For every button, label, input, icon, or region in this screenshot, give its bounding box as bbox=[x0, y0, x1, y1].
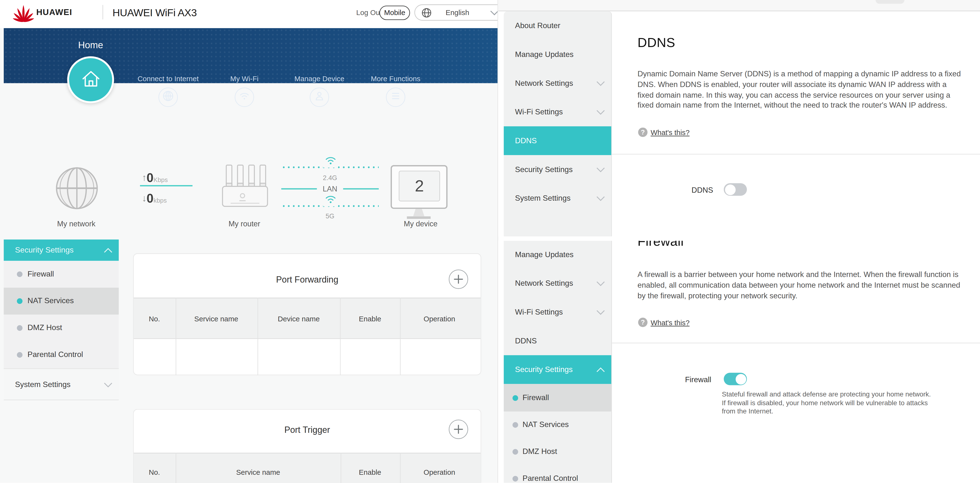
sidebar-item-system-settings[interactable]: System Settings bbox=[504, 184, 611, 213]
upload-arrow-icon: ↑ bbox=[142, 172, 146, 183]
settings-panels: About Router Manage Updates Network Sett… bbox=[498, 0, 980, 483]
mobile-view-button[interactable]: Mobile bbox=[379, 6, 410, 20]
chevron-down-icon bbox=[597, 196, 605, 201]
firewall-title: Firewall bbox=[638, 241, 684, 249]
sidebar-item-dmz-host[interactable]: DMZ Host bbox=[4, 314, 119, 341]
lan-line-right bbox=[343, 188, 379, 190]
wifi-icon bbox=[238, 91, 250, 103]
nav-tab-internet-label: Connect to Internet bbox=[138, 75, 199, 83]
ddns-toggle-label: DDNS bbox=[657, 186, 713, 194]
column-divider bbox=[340, 298, 341, 375]
sidebar-item-label: Network Settings bbox=[515, 279, 573, 288]
sidebar-item-nat-services[interactable]: NAT Services bbox=[504, 411, 611, 438]
firewall-note-line: If firewall is disabled, your home netwo… bbox=[722, 399, 928, 406]
router-illustration bbox=[222, 164, 268, 214]
sidebar-item-parental-control[interactable]: Parental Control bbox=[504, 465, 611, 483]
sidebar-item-ddns[interactable]: DDNS bbox=[504, 327, 611, 355]
monitor-stand bbox=[413, 209, 424, 217]
sidebar-item-label: Firewall bbox=[522, 393, 549, 402]
toggle-knob bbox=[735, 374, 746, 384]
sidebar-item-label: Parental Control bbox=[28, 350, 83, 359]
port-trigger-header-row: No. Service name Enable Operation bbox=[134, 453, 480, 483]
nav-tab-home[interactable] bbox=[67, 56, 114, 103]
sidebar-item-label: About Router bbox=[515, 21, 560, 30]
sidebar-item-dmz-host[interactable]: DMZ Host bbox=[504, 438, 611, 465]
port-forwarding-title: Port Forwarding bbox=[276, 274, 338, 285]
scrollbar-fragment bbox=[876, 0, 904, 4]
sidebar-item-network-settings[interactable]: Network Settings bbox=[504, 269, 611, 298]
port-trigger-title: Port Trigger bbox=[284, 425, 330, 435]
add-port-trigger-button[interactable] bbox=[449, 419, 468, 439]
firewall-toggle[interactable] bbox=[724, 373, 747, 385]
column-header: Enable bbox=[359, 469, 381, 476]
sidebar-item-label: Wi-Fi Settings bbox=[515, 308, 563, 317]
nav-tab-more-label: More Functions bbox=[371, 75, 420, 83]
nav-tab-wifi-label: My Wi-Fi bbox=[230, 75, 258, 83]
firewall-whats-this-link[interactable]: What's this? bbox=[651, 319, 690, 327]
sidebar-item-wifi-settings[interactable]: Wi-Fi Settings bbox=[504, 98, 611, 126]
sidebar-section-security-settings[interactable]: Security Settings bbox=[4, 239, 119, 261]
firewall-panel: Manage Updates Network Settings Wi-Fi Se… bbox=[498, 241, 980, 483]
nav-tab-internet[interactable] bbox=[158, 88, 178, 107]
content-divider bbox=[612, 154, 980, 155]
sidebar-section-label: Security Settings bbox=[15, 246, 74, 255]
screenshot-stage: HUAWEI HUAWEI WiFi AX3 Log Out Mobile En… bbox=[0, 0, 980, 483]
sidebar-section-system-settings[interactable]: System Settings bbox=[4, 368, 119, 400]
ddns-whats-this-link[interactable]: What's this? bbox=[651, 129, 690, 136]
sidebar-item-security-settings-active[interactable]: Security Settings bbox=[504, 355, 611, 384]
speed-divider bbox=[140, 185, 192, 187]
column-header: Service name bbox=[236, 469, 280, 476]
monitor-stand-base bbox=[407, 217, 431, 219]
chevron-down-icon bbox=[597, 281, 605, 287]
question-icon bbox=[638, 128, 648, 137]
sidebar-item-parental-control[interactable]: Parental Control bbox=[4, 341, 119, 368]
bullet-icon bbox=[512, 476, 518, 481]
firewall-note-line: Stateful firewall and attack defense are… bbox=[722, 390, 931, 398]
language-selector[interactable]: English bbox=[414, 4, 508, 21]
question-icon bbox=[638, 318, 648, 327]
sidebar-item-security-settings[interactable]: Security Settings bbox=[504, 155, 611, 184]
download-arrow-icon: ↓ bbox=[142, 193, 146, 203]
ddns-toggle[interactable] bbox=[724, 183, 747, 196]
download-unit: kbps bbox=[154, 197, 167, 204]
menu-icon bbox=[390, 91, 401, 103]
add-port-forwarding-button[interactable] bbox=[449, 269, 468, 289]
column-divider bbox=[400, 453, 401, 483]
nav-tab-more[interactable] bbox=[386, 88, 405, 107]
column-header: Enable bbox=[359, 315, 381, 323]
sidebar-item-ddns-active[interactable]: DDNS bbox=[504, 126, 611, 155]
sidebar-item-label: Parental Control bbox=[522, 474, 578, 483]
lan-line-left bbox=[281, 188, 317, 190]
page-title: HUAWEI WiFi AX3 bbox=[112, 7, 197, 19]
ddns-title: DDNS bbox=[638, 35, 675, 50]
sidebar-item-label: Security Settings bbox=[515, 165, 573, 174]
nav-tab-devices[interactable] bbox=[310, 88, 329, 107]
download-speed: ↓0kbps bbox=[142, 191, 167, 206]
sidebar-item-nat-services[interactable]: NAT Services bbox=[4, 288, 119, 314]
ddns-sidebar: About Router Manage Updates Network Sett… bbox=[504, 11, 612, 236]
upload-unit: Kbps bbox=[154, 177, 168, 183]
chevron-up-icon bbox=[103, 248, 112, 253]
sidebar-item-network-settings[interactable]: Network Settings bbox=[504, 69, 611, 98]
nav-tab-wifi[interactable] bbox=[235, 88, 254, 107]
sidebar-item-firewall[interactable]: Firewall bbox=[4, 261, 119, 288]
language-selected-label: English bbox=[445, 9, 469, 16]
bullet-icon bbox=[17, 352, 22, 358]
bullet-icon-active bbox=[512, 395, 518, 401]
column-header: Operation bbox=[424, 469, 455, 476]
logout-link[interactable]: Log Out bbox=[356, 9, 382, 16]
sidebar-item-manage-updates[interactable]: Manage Updates bbox=[504, 241, 611, 269]
wifi-5g-icon bbox=[323, 194, 338, 206]
download-value: 0 bbox=[146, 191, 154, 205]
sidebar-item-manage-updates[interactable]: Manage Updates bbox=[504, 40, 611, 69]
sidebar-item-about-router[interactable]: About Router bbox=[504, 11, 611, 40]
sidebar-item-firewall-active[interactable]: Firewall bbox=[504, 384, 611, 411]
column-divider bbox=[258, 298, 258, 375]
port-trigger-card: Port Trigger No. Service name Enable Ope… bbox=[133, 409, 481, 483]
bullet-icon bbox=[512, 422, 518, 428]
globe-language-icon bbox=[421, 8, 432, 21]
firewall-description: A firewall is a barrier between your hom… bbox=[638, 269, 969, 301]
sidebar-item-label: Firewall bbox=[28, 269, 54, 278]
lan-label: LAN bbox=[323, 185, 337, 193]
sidebar-item-wifi-settings[interactable]: Wi-Fi Settings bbox=[504, 298, 611, 327]
